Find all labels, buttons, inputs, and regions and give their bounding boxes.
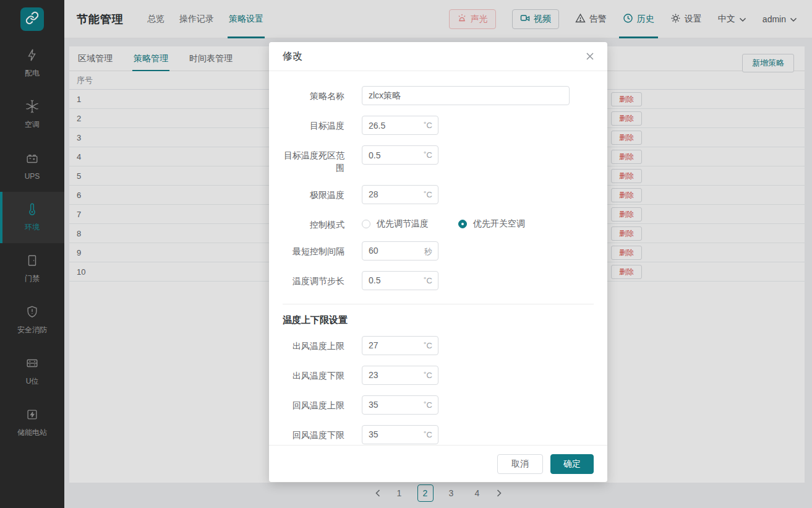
modal-header: 修改: [269, 42, 607, 71]
field-outlet-temp-lower: 出风温度下限 ˚C: [283, 366, 594, 385]
unit-label: ˚C: [424, 150, 432, 160]
unit-label: ˚C: [424, 371, 432, 380]
field-return-temp-lower: 回风温度下限 ˚C: [283, 425, 594, 444]
section-title: 温度上下限设置: [283, 314, 594, 326]
modal-body: 策略名称 目标温度 ˚C 目标温度死区范围 ˚C 极限: [269, 71, 607, 445]
unit-label: ˚C: [424, 430, 432, 439]
unit-label: ˚C: [424, 121, 432, 130]
policy-name-input[interactable]: [362, 86, 570, 105]
unit-label: ˚C: [424, 400, 432, 410]
app-window: 节能管理 总览 操作记录 策略设置 声光: [0, 0, 812, 508]
unit-label: ˚C: [424, 190, 432, 199]
radio-switch-ac-first[interactable]: 优先开关空调: [458, 218, 525, 230]
unit-label: ˚C: [424, 276, 432, 285]
radio-checked-icon: [458, 220, 467, 228]
field-policy-name: 策略名称: [283, 86, 594, 105]
cancel-button[interactable]: 取消: [497, 454, 543, 474]
unit-label: ˚C: [424, 341, 432, 350]
field-limit-temperature: 极限温度 ˚C: [283, 185, 594, 204]
edit-policy-modal: 修改 策略名称 目标温度 ˚C 目标温度: [269, 42, 607, 482]
field-temperature-step: 温度调节步长 ˚C: [283, 271, 594, 290]
radio-unchecked-icon: [362, 220, 370, 228]
section-divider: [283, 304, 594, 304]
close-icon[interactable]: [585, 51, 595, 61]
modal-footer: 取消 确定: [269, 445, 607, 482]
field-control-mode: 控制模式 优先调节温度 优先开关空调: [283, 215, 594, 231]
modal-title: 修改: [283, 50, 302, 63]
confirm-button[interactable]: 确定: [550, 454, 594, 474]
field-deadband-range: 目标温度死区范围 ˚C: [283, 145, 594, 174]
radio-adjust-temperature-first[interactable]: 优先调节温度: [362, 218, 429, 230]
field-target-temperature: 目标温度 ˚C: [283, 116, 594, 135]
unit-label: 秒: [424, 246, 432, 257]
field-min-control-interval: 最短控制间隔 秒: [283, 241, 594, 260]
field-outlet-temp-upper: 出风温度上限 ˚C: [283, 336, 594, 355]
field-return-temp-upper: 回风温度上限 ˚C: [283, 395, 594, 415]
